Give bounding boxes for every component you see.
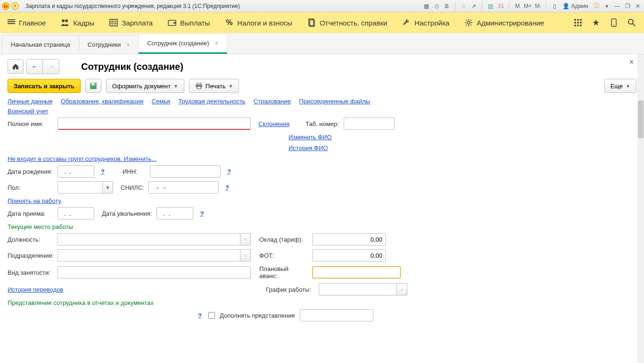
full-name-input[interactable]	[58, 118, 251, 130]
emptype-input[interactable]	[58, 266, 251, 279]
nav-kadry[interactable]: Кадры	[61, 18, 94, 27]
position-select[interactable]: ▫	[240, 233, 251, 245]
table-icon	[109, 18, 118, 27]
favorite-icon[interactable]: ☆	[459, 2, 468, 10]
button-label: Печать	[206, 83, 226, 90]
search-icon[interactable]	[627, 18, 636, 27]
toolbar-print-icon[interactable]: ⎙	[432, 2, 441, 10]
tabno-input[interactable]	[344, 118, 395, 130]
app-icon: 1c	[2, 2, 9, 10]
link-personal-data[interactable]: Личные данные	[8, 98, 53, 105]
link-history-fio[interactable]: История ФИО	[289, 144, 328, 152]
calculator-icon[interactable]: ▤	[486, 2, 495, 10]
link-military[interactable]: Воинский учет	[8, 108, 49, 115]
toolbar-file-icon[interactable]: ▦	[422, 2, 430, 10]
window-close[interactable]: ✕	[634, 2, 642, 10]
info-dropdown[interactable]: ▾	[603, 2, 611, 10]
nav-otchet[interactable]: Отчетность, справки	[307, 18, 387, 27]
dob-input[interactable]	[58, 165, 94, 177]
inn-label: ИНН:	[123, 168, 145, 175]
department-select[interactable]: ▫	[240, 249, 251, 262]
more-button[interactable]: Еще ▼	[604, 79, 636, 93]
window-restore[interactable]: ❐	[623, 2, 632, 10]
favorites-icon[interactable]: ★	[591, 18, 601, 27]
nav-vyplaty[interactable]: Выплаты	[168, 18, 210, 27]
history-icon[interactable]	[609, 18, 619, 27]
link-declension[interactable]: Склонения	[258, 120, 289, 127]
salary-input[interactable]	[312, 233, 386, 245]
current-user[interactable]: 👤 Админ	[562, 3, 588, 9]
extend-checkbox[interactable]	[208, 312, 215, 319]
link-files[interactable]: Присоединенные файлы	[299, 98, 370, 105]
advance-input[interactable]	[312, 266, 401, 279]
snils-input[interactable]	[148, 181, 219, 194]
create-document-button[interactable]: Оформить документ ▼	[106, 79, 184, 93]
link-transfer-history[interactable]: История переводов	[8, 286, 246, 293]
gender-input[interactable]	[58, 181, 103, 194]
nav-label: Выплаты	[180, 19, 210, 27]
help-firedate[interactable]: ?	[198, 210, 206, 217]
gender-dropdown[interactable]: ▼	[103, 181, 113, 194]
inn-input[interactable]	[150, 165, 221, 177]
home-button[interactable]	[8, 59, 24, 74]
link-work[interactable]: Трудовая деятельность	[178, 98, 245, 105]
toolbar-doc-icon[interactable]: 🗎	[443, 2, 451, 10]
help-dob[interactable]: ?	[99, 168, 107, 175]
tab-employees[interactable]: Сотрудники ×	[79, 35, 139, 54]
memory-mplus-icon[interactable]: M+	[523, 2, 532, 10]
main-nav: Главное Кадры Зарплата Выплаты % Налоги …	[0, 12, 644, 33]
help-extend[interactable]: ?	[196, 312, 204, 319]
nav-admin[interactable]: Администрирование	[464, 18, 544, 27]
save-button[interactable]	[85, 79, 101, 93]
apps-grid-icon[interactable]	[573, 18, 583, 27]
help-inn[interactable]: ?	[225, 168, 233, 175]
link-family[interactable]: Семья	[152, 98, 170, 105]
nav-label: Администрирование	[477, 19, 544, 27]
window-minimize[interactable]: —	[613, 2, 621, 10]
link-education[interactable]: Образование, квалификация	[61, 98, 143, 105]
nav-main[interactable]: Главное	[8, 18, 46, 27]
schedule-select[interactable]: ▫	[397, 283, 407, 295]
link-hire[interactable]: Принять на работу	[8, 197, 61, 204]
nav-nastroyka[interactable]: Настройка	[402, 18, 449, 27]
nav-forward-button[interactable]: →	[43, 59, 59, 74]
calendar-icon[interactable]: 31	[496, 2, 505, 10]
print-button[interactable]: Печать ▼	[189, 79, 239, 93]
memory-mminus-icon[interactable]: M-	[534, 2, 542, 10]
close-icon[interactable]: ×	[126, 42, 130, 48]
nav-nalogi[interactable]: % Налоги и взносы	[225, 18, 292, 27]
extend-label: Дополнять представление	[220, 312, 295, 319]
page-close[interactable]: ×	[629, 58, 634, 67]
help-snils[interactable]: ?	[223, 184, 231, 191]
nav-label: Зарплата	[122, 19, 153, 27]
scrollbar-thumb[interactable]	[638, 101, 644, 138]
nav-zarplata[interactable]: Зарплата	[109, 18, 153, 27]
position-input[interactable]	[58, 233, 240, 245]
window-list-icon[interactable]: ▯	[550, 2, 559, 10]
app-menu-dropdown[interactable]: ▾	[11, 2, 19, 10]
svg-point-11	[467, 21, 470, 24]
hiredate-input[interactable]	[58, 207, 94, 219]
tab-start-page[interactable]: Начальная страница	[2, 35, 79, 54]
link-groups[interactable]: Не входит в составы групп сотрудников. И…	[8, 155, 157, 162]
link-insurance[interactable]: Страхование	[254, 98, 291, 105]
link-change-fio[interactable]: Изменить ФИО	[289, 134, 332, 141]
hamburger-icon	[8, 18, 15, 27]
close-icon[interactable]: ×	[215, 40, 218, 47]
scrollbar-track[interactable]	[637, 54, 644, 363]
tab-employee-create[interactable]: Сотрудник (создание) ×	[138, 34, 227, 54]
info-icon[interactable]: ⓘ	[592, 2, 601, 10]
memory-m-icon[interactable]: M	[513, 2, 521, 10]
nav-back-button[interactable]: ←	[27, 59, 43, 74]
button-label: Записать и закрыть	[14, 83, 74, 90]
svg-rect-30	[197, 86, 201, 89]
schedule-input[interactable]	[319, 283, 397, 295]
svg-point-18	[574, 25, 576, 26]
fot-input[interactable]	[312, 249, 386, 262]
save-close-button[interactable]: Записать и закрыть	[8, 79, 81, 93]
page-title: Сотрудник (создание)	[81, 61, 183, 72]
firedate-input[interactable]	[157, 207, 193, 219]
link-icon[interactable]: ↗	[470, 2, 478, 10]
department-input[interactable]	[58, 249, 240, 262]
extend-input[interactable]	[300, 309, 373, 321]
